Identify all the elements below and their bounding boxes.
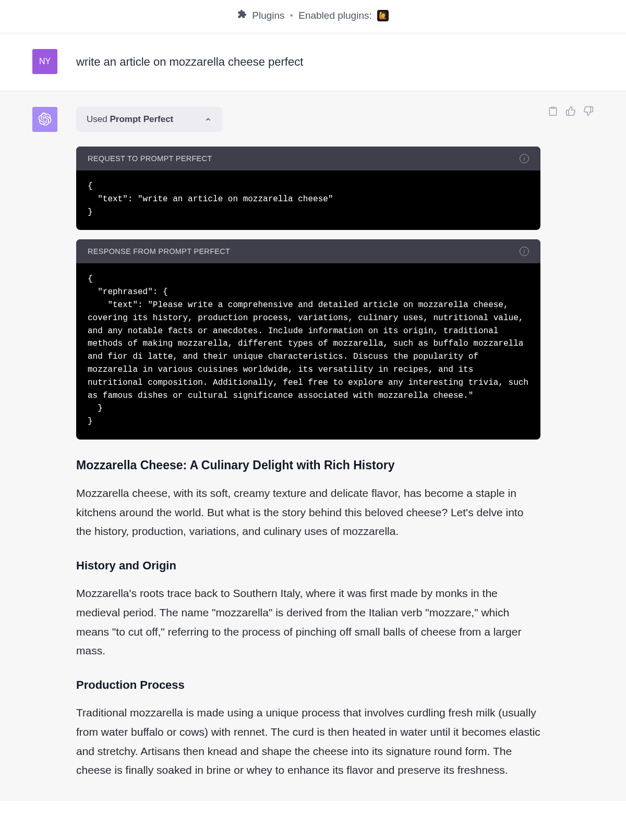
article-title: Mozzarella Cheese: A Culinary Delight wi…	[76, 458, 540, 472]
puzzle-icon	[237, 9, 247, 21]
user-prompt-text: write an article on mozzarella cheese pe…	[76, 49, 303, 74]
assistant-body: Used Prompt Perfect REQUEST TO PROMPT PE…	[76, 107, 540, 780]
request-code-block: REQUEST TO PROMPT PERFECT i { "text": "w…	[76, 147, 540, 230]
article-heading-history: History and Origin	[76, 559, 540, 573]
dot-separator: •	[290, 10, 294, 21]
clipboard-icon[interactable]	[548, 106, 558, 116]
request-header-text: REQUEST TO PROMPT PERFECT	[88, 154, 212, 163]
user-avatar: NY	[32, 49, 57, 74]
response-header-text: RESPONSE FROM PROMPT PERFECT	[88, 247, 230, 255]
chevron-up-icon	[204, 116, 212, 123]
feedback-icon-group	[548, 106, 594, 116]
request-code-header: REQUEST TO PROMPT PERFECT i	[76, 147, 540, 171]
enabled-plugin-badge[interactable]: 🙋	[377, 10, 389, 21]
user-message-row: NY write an article on mozzarella cheese…	[0, 33, 626, 91]
svg-rect-0	[551, 107, 555, 109]
article-heading-production: Production Process	[76, 678, 540, 692]
plugins-topbar: Plugins • Enabled plugins: 🙋	[0, 0, 626, 33]
assistant-message-row: Used Prompt Perfect REQUEST TO PROMPT PE…	[0, 91, 626, 801]
article-content: Mozzarella Cheese: A Culinary Delight wi…	[76, 458, 540, 780]
plugin-chip-label: Used Prompt Perfect	[87, 114, 173, 125]
article-paragraph-production: Traditional mozzarella is made using a u…	[76, 703, 540, 780]
plugin-chip-prefix: Used	[87, 114, 110, 124]
response-code-header: RESPONSE FROM PROMPT PERFECT i	[76, 239, 540, 263]
article-intro: Mozzarella cheese, with its soft, creamy…	[76, 484, 540, 541]
response-code-block: RESPONSE FROM PROMPT PERFECT i { "rephra…	[76, 239, 540, 440]
article-paragraph-history: Mozzarella's roots trace back to Souther…	[76, 584, 540, 661]
openai-logo-icon	[38, 113, 52, 126]
thumbs-down-icon[interactable]	[583, 106, 594, 116]
plugin-used-chip[interactable]: Used Prompt Perfect	[76, 107, 222, 132]
plugin-chip-name: Prompt Perfect	[110, 114, 173, 124]
response-code-body: { "rephrased": { "text": "Please write a…	[76, 263, 540, 440]
thumbs-up-icon[interactable]	[565, 106, 576, 116]
info-icon[interactable]: i	[520, 154, 529, 163]
info-icon[interactable]: i	[520, 247, 529, 256]
enabled-plugins-label: Enabled plugins:	[298, 10, 372, 21]
assistant-avatar	[32, 107, 57, 132]
plugins-label: Plugins	[252, 10, 284, 21]
request-code-body: { "text": "write an article on mozzarell…	[76, 171, 540, 230]
